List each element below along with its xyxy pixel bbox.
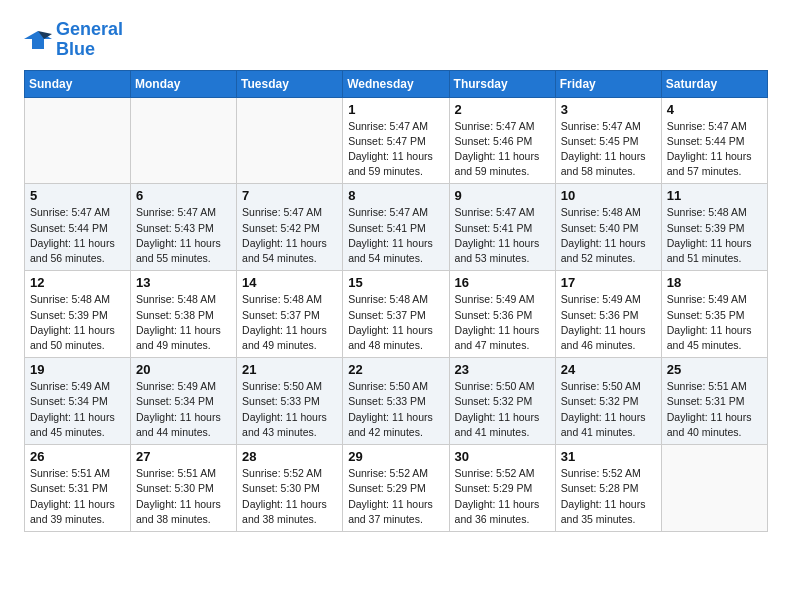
weekday-monday: Monday [131, 70, 237, 97]
day-info: Sunrise: 5:47 AM Sunset: 5:42 PM Dayligh… [242, 205, 337, 266]
day-number: 7 [242, 188, 337, 203]
day-info: Sunrise: 5:49 AM Sunset: 5:34 PM Dayligh… [30, 379, 125, 440]
day-info: Sunrise: 5:50 AM Sunset: 5:33 PM Dayligh… [348, 379, 443, 440]
day-cell-27: 27Sunrise: 5:51 AM Sunset: 5:30 PM Dayli… [131, 445, 237, 532]
day-cell-6: 6Sunrise: 5:47 AM Sunset: 5:43 PM Daylig… [131, 184, 237, 271]
day-cell-20: 20Sunrise: 5:49 AM Sunset: 5:34 PM Dayli… [131, 358, 237, 445]
day-info: Sunrise: 5:52 AM Sunset: 5:30 PM Dayligh… [242, 466, 337, 527]
week-row-0: 1Sunrise: 5:47 AM Sunset: 5:47 PM Daylig… [25, 97, 768, 184]
day-cell-21: 21Sunrise: 5:50 AM Sunset: 5:33 PM Dayli… [237, 358, 343, 445]
empty-cell [661, 445, 767, 532]
day-cell-30: 30Sunrise: 5:52 AM Sunset: 5:29 PM Dayli… [449, 445, 555, 532]
day-number: 28 [242, 449, 337, 464]
weekday-thursday: Thursday [449, 70, 555, 97]
day-cell-7: 7Sunrise: 5:47 AM Sunset: 5:42 PM Daylig… [237, 184, 343, 271]
day-number: 19 [30, 362, 125, 377]
day-number: 29 [348, 449, 443, 464]
weekday-friday: Friday [555, 70, 661, 97]
logo: General Blue [24, 20, 123, 60]
day-number: 12 [30, 275, 125, 290]
day-cell-26: 26Sunrise: 5:51 AM Sunset: 5:31 PM Dayli… [25, 445, 131, 532]
day-cell-13: 13Sunrise: 5:48 AM Sunset: 5:38 PM Dayli… [131, 271, 237, 358]
day-cell-17: 17Sunrise: 5:49 AM Sunset: 5:36 PM Dayli… [555, 271, 661, 358]
day-info: Sunrise: 5:49 AM Sunset: 5:36 PM Dayligh… [455, 292, 550, 353]
day-cell-23: 23Sunrise: 5:50 AM Sunset: 5:32 PM Dayli… [449, 358, 555, 445]
empty-cell [237, 97, 343, 184]
day-info: Sunrise: 5:49 AM Sunset: 5:34 PM Dayligh… [136, 379, 231, 440]
day-cell-1: 1Sunrise: 5:47 AM Sunset: 5:47 PM Daylig… [343, 97, 449, 184]
day-number: 22 [348, 362, 443, 377]
day-info: Sunrise: 5:52 AM Sunset: 5:28 PM Dayligh… [561, 466, 656, 527]
day-number: 26 [30, 449, 125, 464]
day-number: 23 [455, 362, 550, 377]
day-cell-8: 8Sunrise: 5:47 AM Sunset: 5:41 PM Daylig… [343, 184, 449, 271]
weekday-header-row: SundayMondayTuesdayWednesdayThursdayFrid… [25, 70, 768, 97]
day-number: 1 [348, 102, 443, 117]
week-row-4: 26Sunrise: 5:51 AM Sunset: 5:31 PM Dayli… [25, 445, 768, 532]
day-number: 27 [136, 449, 231, 464]
day-number: 30 [455, 449, 550, 464]
day-info: Sunrise: 5:50 AM Sunset: 5:32 PM Dayligh… [455, 379, 550, 440]
day-info: Sunrise: 5:47 AM Sunset: 5:45 PM Dayligh… [561, 119, 656, 180]
day-cell-12: 12Sunrise: 5:48 AM Sunset: 5:39 PM Dayli… [25, 271, 131, 358]
day-info: Sunrise: 5:48 AM Sunset: 5:40 PM Dayligh… [561, 205, 656, 266]
day-info: Sunrise: 5:47 AM Sunset: 5:43 PM Dayligh… [136, 205, 231, 266]
day-cell-14: 14Sunrise: 5:48 AM Sunset: 5:37 PM Dayli… [237, 271, 343, 358]
day-info: Sunrise: 5:48 AM Sunset: 5:39 PM Dayligh… [30, 292, 125, 353]
day-number: 4 [667, 102, 762, 117]
day-cell-29: 29Sunrise: 5:52 AM Sunset: 5:29 PM Dayli… [343, 445, 449, 532]
day-info: Sunrise: 5:48 AM Sunset: 5:38 PM Dayligh… [136, 292, 231, 353]
day-info: Sunrise: 5:51 AM Sunset: 5:31 PM Dayligh… [667, 379, 762, 440]
logo-text: General Blue [56, 20, 123, 60]
weekday-sunday: Sunday [25, 70, 131, 97]
day-info: Sunrise: 5:52 AM Sunset: 5:29 PM Dayligh… [455, 466, 550, 527]
day-info: Sunrise: 5:50 AM Sunset: 5:33 PM Dayligh… [242, 379, 337, 440]
day-info: Sunrise: 5:52 AM Sunset: 5:29 PM Dayligh… [348, 466, 443, 527]
day-info: Sunrise: 5:47 AM Sunset: 5:44 PM Dayligh… [667, 119, 762, 180]
day-number: 2 [455, 102, 550, 117]
day-cell-11: 11Sunrise: 5:48 AM Sunset: 5:39 PM Dayli… [661, 184, 767, 271]
day-info: Sunrise: 5:49 AM Sunset: 5:35 PM Dayligh… [667, 292, 762, 353]
logo-icon [24, 29, 52, 51]
day-number: 3 [561, 102, 656, 117]
day-cell-19: 19Sunrise: 5:49 AM Sunset: 5:34 PM Dayli… [25, 358, 131, 445]
day-cell-22: 22Sunrise: 5:50 AM Sunset: 5:33 PM Dayli… [343, 358, 449, 445]
day-info: Sunrise: 5:50 AM Sunset: 5:32 PM Dayligh… [561, 379, 656, 440]
day-number: 9 [455, 188, 550, 203]
day-cell-25: 25Sunrise: 5:51 AM Sunset: 5:31 PM Dayli… [661, 358, 767, 445]
day-number: 15 [348, 275, 443, 290]
day-number: 31 [561, 449, 656, 464]
day-number: 17 [561, 275, 656, 290]
week-row-2: 12Sunrise: 5:48 AM Sunset: 5:39 PM Dayli… [25, 271, 768, 358]
day-cell-31: 31Sunrise: 5:52 AM Sunset: 5:28 PM Dayli… [555, 445, 661, 532]
day-info: Sunrise: 5:47 AM Sunset: 5:41 PM Dayligh… [455, 205, 550, 266]
day-cell-2: 2Sunrise: 5:47 AM Sunset: 5:46 PM Daylig… [449, 97, 555, 184]
empty-cell [25, 97, 131, 184]
day-info: Sunrise: 5:47 AM Sunset: 5:46 PM Dayligh… [455, 119, 550, 180]
day-cell-16: 16Sunrise: 5:49 AM Sunset: 5:36 PM Dayli… [449, 271, 555, 358]
week-row-1: 5Sunrise: 5:47 AM Sunset: 5:44 PM Daylig… [25, 184, 768, 271]
day-cell-5: 5Sunrise: 5:47 AM Sunset: 5:44 PM Daylig… [25, 184, 131, 271]
week-row-3: 19Sunrise: 5:49 AM Sunset: 5:34 PM Dayli… [25, 358, 768, 445]
day-info: Sunrise: 5:48 AM Sunset: 5:37 PM Dayligh… [242, 292, 337, 353]
empty-cell [131, 97, 237, 184]
day-number: 14 [242, 275, 337, 290]
day-number: 13 [136, 275, 231, 290]
day-cell-28: 28Sunrise: 5:52 AM Sunset: 5:30 PM Dayli… [237, 445, 343, 532]
weekday-wednesday: Wednesday [343, 70, 449, 97]
day-info: Sunrise: 5:51 AM Sunset: 5:30 PM Dayligh… [136, 466, 231, 527]
day-info: Sunrise: 5:48 AM Sunset: 5:39 PM Dayligh… [667, 205, 762, 266]
weekday-tuesday: Tuesday [237, 70, 343, 97]
day-info: Sunrise: 5:47 AM Sunset: 5:47 PM Dayligh… [348, 119, 443, 180]
day-cell-15: 15Sunrise: 5:48 AM Sunset: 5:37 PM Dayli… [343, 271, 449, 358]
day-cell-9: 9Sunrise: 5:47 AM Sunset: 5:41 PM Daylig… [449, 184, 555, 271]
day-number: 8 [348, 188, 443, 203]
day-info: Sunrise: 5:47 AM Sunset: 5:41 PM Dayligh… [348, 205, 443, 266]
day-number: 5 [30, 188, 125, 203]
day-number: 21 [242, 362, 337, 377]
day-cell-18: 18Sunrise: 5:49 AM Sunset: 5:35 PM Dayli… [661, 271, 767, 358]
day-info: Sunrise: 5:49 AM Sunset: 5:36 PM Dayligh… [561, 292, 656, 353]
day-cell-10: 10Sunrise: 5:48 AM Sunset: 5:40 PM Dayli… [555, 184, 661, 271]
day-info: Sunrise: 5:47 AM Sunset: 5:44 PM Dayligh… [30, 205, 125, 266]
day-cell-4: 4Sunrise: 5:47 AM Sunset: 5:44 PM Daylig… [661, 97, 767, 184]
